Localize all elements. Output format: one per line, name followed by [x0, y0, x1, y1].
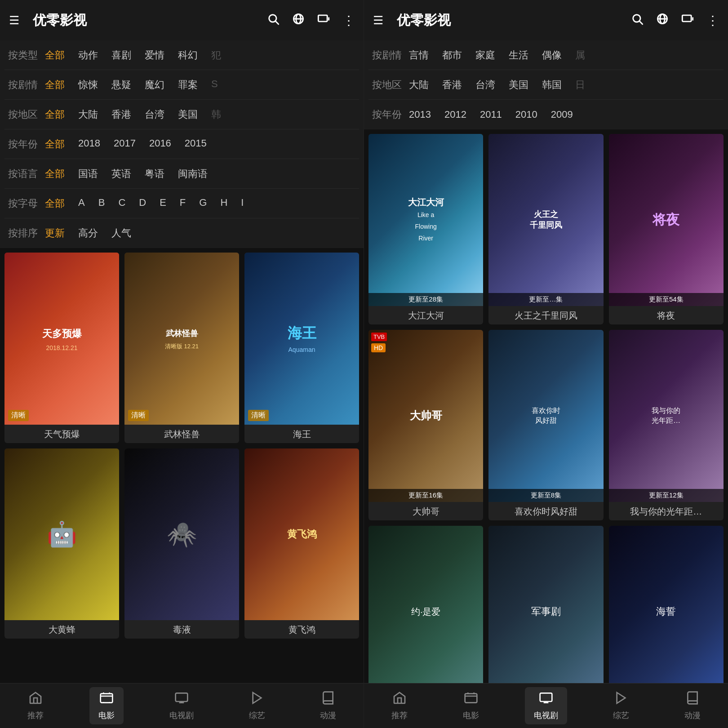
filter-option-E[interactable]: E [160, 197, 166, 210]
right-nav-anime[interactable]: 动漫 [675, 687, 710, 724]
filter-option-2016[interactable]: 2016 [149, 138, 171, 151]
right-filter-2010[interactable]: 2010 [515, 109, 537, 120]
tv-card-haishi[interactable]: 海誓 海誓… [609, 526, 724, 683]
left-menu-icon[interactable]: ☰ [9, 13, 19, 27]
filter-label-lang: 按语言 [4, 167, 45, 181]
filter-option-all-lang[interactable]: 全部 [45, 167, 65, 181]
filter-option-romance[interactable]: 爱情 [145, 49, 164, 62]
movie-card-venom[interactable]: 🕷️ 毒液 [124, 448, 239, 639]
movie-card-haiwang[interactable]: 海王 Aquaman 清晰 海王 [244, 253, 359, 443]
tv-card-junshi[interactable]: 军事剧 军事… [488, 526, 603, 683]
right-filter-row-plot: 按剧情 言情 都市 家庭 生活 偶像 属 [368, 40, 724, 70]
filter-option-thriller[interactable]: 惊悚 [78, 78, 98, 92]
svg-marker-8 [253, 692, 261, 703]
right-filter-ouxiang[interactable]: 偶像 [542, 49, 562, 62]
movie-card-bumblebee[interactable]: 🤖 大黄蜂 [4, 448, 119, 639]
filter-option-more-type[interactable]: 犯 [211, 49, 221, 62]
filter-option-all-year[interactable]: 全部 [45, 138, 65, 151]
filter-option-mandarin[interactable]: 国语 [78, 167, 98, 181]
right-filter-yanqing[interactable]: 言情 [409, 49, 429, 62]
right-filter-2013[interactable]: 2013 [409, 109, 431, 120]
right-menu-icon[interactable]: ☰ [373, 13, 383, 27]
left-more-icon[interactable]: ⋮ [342, 13, 355, 28]
filter-option-tw[interactable]: 台湾 [145, 108, 164, 121]
filter-option-G[interactable]: G [199, 197, 207, 210]
filter-option-mainland[interactable]: 大陆 [78, 108, 98, 121]
right-filter-jiating[interactable]: 家庭 [475, 49, 495, 62]
left-globe-icon[interactable] [292, 13, 305, 28]
dashuai-hd: HD [371, 343, 386, 352]
filter-option-fantasy[interactable]: 魔幻 [145, 78, 164, 92]
filter-option-2018[interactable]: 2018 [78, 138, 100, 151]
right-filter-hk[interactable]: 香港 [442, 78, 462, 92]
left-nav-variety[interactable]: 综艺 [240, 687, 274, 724]
jiangye-title: 将夜 [609, 306, 724, 324]
filter-option-D[interactable]: D [139, 197, 146, 210]
tv-card-woyuni[interactable]: 我与你的光年距… 更新至12集 我与你的光年距… [609, 330, 724, 520]
tv-card-jiangye[interactable]: 将夜 更新至54集 将夜 [609, 134, 724, 324]
filter-option-us[interactable]: 美国 [178, 108, 198, 121]
filter-option-2015[interactable]: 2015 [185, 138, 207, 151]
right-search-icon[interactable] [631, 13, 644, 28]
right-nav-tv[interactable]: 电视剧 [525, 687, 567, 724]
filter-option-english[interactable]: 英语 [111, 167, 131, 181]
right-filter-us[interactable]: 美国 [509, 78, 528, 92]
right-filter-tw[interactable]: 台湾 [475, 78, 495, 92]
filter-option-update[interactable]: 更新 [45, 226, 65, 240]
right-filter-mainland[interactable]: 大陆 [409, 78, 429, 92]
right-filter-2012[interactable]: 2012 [444, 109, 466, 120]
left-nav-home[interactable]: 推荐 [18, 687, 53, 724]
tv-card-xihuan[interactable]: 喜欢你时风好甜 更新至8集 喜欢你时风好甜 [488, 330, 603, 520]
left-nav-movie[interactable]: 电影 [89, 687, 124, 724]
filter-option-action[interactable]: 动作 [78, 49, 98, 62]
filter-option-hokkien[interactable]: 闽南语 [178, 167, 208, 181]
filter-option-A[interactable]: A [78, 197, 85, 210]
movie-card-huangfei[interactable]: 黄飞鸿 黄飞鸿 [244, 448, 359, 639]
filter-option-scifi[interactable]: 科幻 [178, 49, 198, 62]
right-filter-2011[interactable]: 2011 [480, 109, 502, 120]
filter-option-cantonese[interactable]: 粤语 [145, 167, 164, 181]
filter-option-B[interactable]: B [98, 197, 105, 210]
movie-card-tianqi[interactable]: 天多预爆 2018.12.21 清晰 天气预爆 [4, 253, 119, 443]
filter-option-H[interactable]: H [220, 197, 227, 210]
filter-option-mystery[interactable]: 悬疑 [111, 78, 131, 92]
right-globe-icon[interactable] [656, 13, 669, 28]
filter-option-score[interactable]: 高分 [78, 226, 98, 240]
filter-option-more-plot[interactable]: S [211, 78, 218, 92]
tv-card-dashuai[interactable]: 大帅哥 TVB HD 更新至16集 大帅哥 [368, 330, 483, 520]
right-filter-2009[interactable]: 2009 [551, 109, 573, 120]
filter-option-all-type[interactable]: 全部 [45, 49, 65, 62]
filter-option-more-region[interactable]: 韩 [211, 108, 221, 121]
filter-option-all-plot[interactable]: 全部 [45, 78, 65, 92]
right-nav-variety[interactable]: 综艺 [604, 687, 638, 724]
filter-option-2017[interactable]: 2017 [114, 138, 136, 151]
tv-card-dajiang[interactable]: 大江大河Like aFlowingRiver 更新至28集 大江大河 [368, 134, 483, 324]
filter-option-popular[interactable]: 人气 [111, 226, 131, 240]
filter-option-F[interactable]: F [180, 197, 186, 210]
left-search-icon[interactable] [267, 13, 280, 28]
movie-card-wulin[interactable]: 武林怪兽 清晰版 12.21 清晰 武林怪兽 [124, 253, 239, 443]
left-cast-icon[interactable] [317, 13, 330, 28]
left-nav-variety-label: 综艺 [249, 710, 265, 721]
filter-option-comedy[interactable]: 喜剧 [111, 49, 131, 62]
right-filter-shenghuo[interactable]: 生活 [509, 49, 528, 62]
right-filter-more-plot[interactable]: 属 [575, 49, 585, 62]
right-filter-dushi[interactable]: 都市 [442, 49, 462, 62]
left-content-area: 天多预爆 2018.12.21 清晰 天气预爆 武林怪兽 清晰版 12.21 清… [0, 248, 364, 683]
left-nav-anime[interactable]: 动漫 [311, 687, 345, 724]
right-more-icon[interactable]: ⋮ [706, 13, 719, 28]
filter-option-all-alpha[interactable]: 全部 [45, 197, 65, 210]
left-nav-tv[interactable]: 电视剧 [160, 687, 203, 724]
right-cast-icon[interactable] [681, 13, 694, 28]
right-filter-korea[interactable]: 韩国 [542, 78, 562, 92]
filter-option-crime[interactable]: 罪案 [178, 78, 198, 92]
tv-card-yueyue[interactable]: 约·是爱 约·是爱 [368, 526, 483, 683]
right-filter-more-region[interactable]: 日 [575, 78, 585, 92]
filter-option-all-region[interactable]: 全部 [45, 108, 65, 121]
right-nav-movie[interactable]: 电影 [454, 687, 488, 724]
filter-option-I[interactable]: I [241, 197, 244, 210]
tv-card-huowang[interactable]: 火王之千里同风 更新至…集 火王之千里同风 [488, 134, 603, 324]
filter-option-hk[interactable]: 香港 [111, 108, 131, 121]
right-nav-home[interactable]: 推荐 [382, 687, 417, 724]
filter-option-C[interactable]: C [118, 197, 125, 210]
